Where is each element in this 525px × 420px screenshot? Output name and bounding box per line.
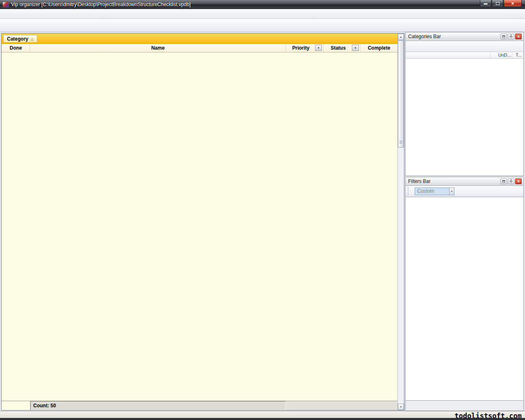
menu-bar [0,9,525,19]
panel-pin-button[interactable] [508,34,514,39]
panel-close-button[interactable]: ✕ [515,34,522,39]
title-bar: Vip organizer [C:\Users\dmitry\Desktop\P… [0,0,525,9]
footer-spacer [286,401,397,410]
filter-rows [406,197,523,197]
tree-column-headers: UnD... T... [406,52,523,59]
column-header-name[interactable]: Name [30,44,286,52]
pin-icon [509,34,513,39]
panel-close-button[interactable]: ✕ [515,178,522,184]
panel-tabs [406,400,523,411]
panel-pin-button[interactable] [508,178,514,184]
status-filter-button[interactable]: ▼ [352,45,359,51]
categories-panel: Categories Bar ✕ UnD... T... [405,32,524,176]
grid-footer-row: Count: 50 [2,401,397,410]
scrollbar-thumb[interactable] [398,40,404,148]
categories-panel-header: Categories Bar ✕ [406,32,523,41]
toolbar-grip[interactable] [408,187,410,195]
panel-restore-button[interactable] [500,178,507,184]
thumb-grip [399,141,402,144]
window-title: Vip organizer [C:\Users\dmitry\Desktop\P… [11,2,191,7]
column-header-done[interactable]: Done [2,44,30,52]
footer-done-cell [2,401,30,410]
column-header-row: Done Name Priority ▼ Status ▼ Complete [2,44,397,52]
app-icon [2,2,9,7]
filters-panel: Filters Bar ✕ Custom ▼ [405,177,524,411]
sort-ascending-icon: △ [31,37,34,41]
categories-panel-title: Categories Bar [408,34,441,39]
status-bar: todolistsoft.com [0,411,525,420]
pin-icon [509,179,513,183]
total-column-header[interactable]: T... [513,52,522,57]
footer-count-cell: Count: 50 [30,401,286,410]
filter-preset-value: Custom [417,188,434,194]
filters-panel-header: Filters Bar ✕ [406,177,523,186]
filters-toolbar: Custom ▼ [406,186,523,197]
restore-icon [502,179,506,183]
task-grid: Category △ Done Name Priority ▼ Status ▼… [1,33,404,411]
group-by-category-button[interactable]: Category △ [3,35,37,43]
task-count: Count: 50 [33,403,56,409]
chevron-down-icon[interactable]: ▼ [449,188,454,195]
group-by-label: Category [7,36,28,42]
taskbar-edge [0,418,525,420]
restore-icon [502,34,506,39]
panel-restore-button[interactable] [500,34,507,39]
minimize-button[interactable]: ▬ [480,0,491,7]
task-list [2,52,397,401]
undone-column-header[interactable]: UnD... [492,52,511,57]
filter-preset-combo[interactable]: Custom ▼ [415,187,454,195]
maximize-button[interactable] [492,0,503,7]
scroll-down-button[interactable]: ▼ [398,404,404,410]
filters-panel-title: Filters Bar [408,178,431,184]
maximize-icon [496,2,500,5]
priority-filter-button[interactable]: ▼ [315,45,322,51]
categories-toolbar [406,41,523,52]
vertical-scrollbar[interactable]: ▲ ▼ [397,34,404,410]
column-header-complete[interactable]: Complete [361,44,397,52]
scroll-up-button[interactable]: ▲ [398,34,404,40]
close-button[interactable]: ✕ [504,0,522,7]
app-window: { "window": { "title": "Vip organizer [C… [0,0,525,420]
group-by-bar: Category △ [2,34,397,44]
main-toolbar [0,19,525,32]
column-header-priority[interactable]: Priority ▼ [286,44,324,52]
column-header-status[interactable]: Status ▼ [324,44,361,52]
